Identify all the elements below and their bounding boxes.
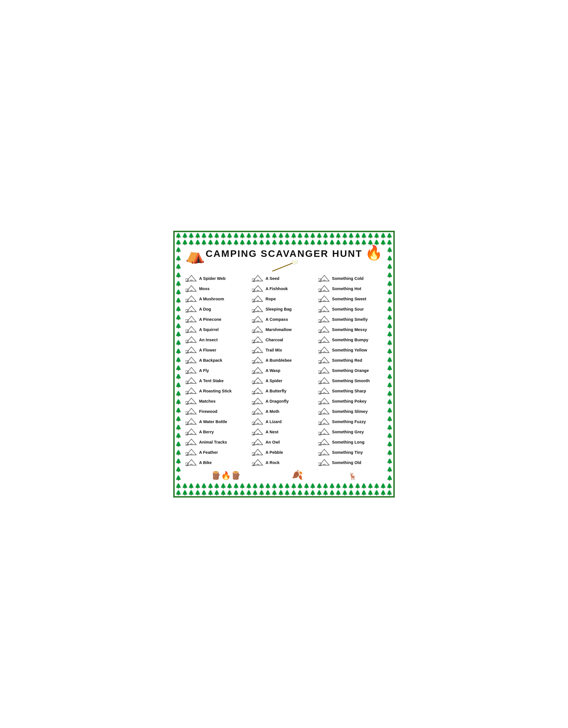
tree-icon: 🌲 — [175, 296, 182, 305]
tree-icon: 🌲 — [386, 313, 393, 322]
tent-checkbox-icon — [186, 315, 197, 324]
tree-icon: 🌲 — [188, 490, 194, 495]
tree-icon: 🌲 — [373, 490, 380, 495]
tree-icon: 🌲 — [226, 240, 233, 245]
tree-icon: 🌲 — [284, 233, 290, 238]
tree-icon: 🌲 — [348, 483, 354, 488]
list-item: A Water Bottle — [186, 417, 250, 427]
tent-checkbox-icon — [186, 417, 197, 426]
tree-icon: 🌲 — [342, 490, 348, 495]
tree-icon: 🌲 — [348, 240, 354, 245]
tree-icon: 🌲 — [175, 449, 182, 457]
item-label: Something Tiny — [332, 450, 363, 455]
item-label: A Nest — [266, 430, 278, 434]
tent-checkbox-icon — [252, 417, 264, 426]
tree-icon: 🌲 — [220, 483, 226, 488]
tree-icon: 🌲 — [175, 483, 182, 488]
items-columns: A Spider Web Moss A Mushroom A D — [186, 273, 382, 468]
list-item: A Seed — [252, 273, 316, 284]
tree-icon: 🌲 — [226, 233, 233, 238]
item-label: Something Messy — [332, 327, 367, 332]
page-title: CAMPING SCAVANGER HUNT — [186, 248, 382, 259]
tree-icon: 🌲 — [246, 240, 252, 245]
tent-checkbox-icon — [252, 325, 264, 334]
list-item: A Feather — [186, 447, 250, 457]
tree-icon: 🌲 — [188, 233, 194, 238]
item-label: A Bumblebee — [266, 358, 292, 363]
tree-icon: 🌲 — [175, 474, 182, 482]
svg-marker-65 — [253, 296, 263, 301]
tree-icon: 🌲 — [329, 240, 335, 245]
svg-marker-101 — [253, 419, 263, 424]
tree-icon: 🌲 — [335, 233, 341, 238]
item-label: Something Cold — [332, 276, 363, 281]
tree-icon: 🌲 — [284, 240, 290, 245]
svg-marker-119 — [319, 286, 329, 291]
tree-icon: 🌲 — [386, 280, 393, 288]
tree-icon: 🌲 — [259, 240, 265, 245]
tree-icon: 🌲 — [329, 233, 335, 238]
item-label: Something Red — [332, 358, 362, 363]
tree-icon: 🌲 — [239, 240, 246, 245]
tent-checkbox-icon — [186, 336, 197, 344]
tree-icon: 🌲 — [175, 381, 182, 389]
list-item: A Berry — [186, 427, 250, 437]
tree-icon: 🌲 — [175, 490, 182, 495]
list-item: An Owl — [252, 437, 316, 447]
item-label: A Fishhook — [266, 286, 288, 291]
tree-icon: 🌲 — [290, 240, 297, 245]
tent-checkbox-icon — [318, 356, 330, 365]
top-tree-border-2: 🌲🌲🌲🌲🌲🌲🌲🌲🌲🌲🌲🌲🌲🌲🌲🌲🌲🌲🌲🌲🌲🌲🌲🌲🌲🌲🌲🌲🌲🌲🌲🌲🌲🌲 — [175, 239, 393, 246]
tree-icon: 🌲 — [246, 490, 252, 495]
tent-decoration: ⛺ — [186, 246, 205, 264]
list-item: A Pinecone — [186, 314, 250, 325]
tent-checkbox-icon — [318, 315, 330, 324]
tree-icon: 🌲 — [252, 240, 258, 245]
list-item: A Tent Stake — [186, 376, 250, 386]
tree-icon: 🌲 — [207, 483, 214, 488]
list-item: A Spider — [252, 376, 316, 386]
tent-checkbox-icon — [186, 284, 197, 293]
tree-icon: 🌲 — [386, 246, 393, 254]
svg-marker-44 — [187, 419, 196, 424]
tree-icon: 🌲 — [386, 465, 393, 474]
list-item: A Lizard — [252, 417, 316, 427]
tree-icon: 🌲 — [226, 483, 233, 488]
tree-icon: 🌲 — [361, 490, 367, 495]
svg-marker-80 — [253, 347, 263, 353]
tree-icon: 🌲 — [175, 271, 182, 279]
svg-marker-95 — [253, 398, 263, 404]
svg-marker-35 — [187, 388, 196, 394]
svg-marker-17 — [187, 326, 196, 332]
tree-icon: 🌲 — [380, 233, 386, 238]
tree-icon: 🌲 — [361, 483, 367, 488]
tree-icon: 🌲 — [316, 240, 322, 245]
list-item: A Compass — [252, 314, 316, 325]
tent-checkbox-icon — [186, 428, 197, 436]
tent-checkbox-icon — [186, 438, 197, 446]
svg-marker-41 — [187, 408, 196, 414]
item-label: Animal Tracks — [199, 440, 227, 444]
list-item: A Butterfly — [252, 386, 316, 396]
top-tree-border-1: 🌲🌲🌲🌲🌲🌲🌲🌲🌲🌲🌲🌲🌲🌲🌲🌲🌲🌲🌲🌲🌲🌲🌲🌲🌲🌲🌲🌲🌲🌲🌲🌲🌲🌲 — [175, 232, 393, 239]
item-label: A Bike — [199, 460, 212, 465]
tent-checkbox-icon — [252, 377, 264, 385]
item-label: Something Smelly — [332, 317, 368, 322]
svg-marker-47 — [187, 429, 196, 434]
svg-marker-122 — [319, 296, 329, 301]
item-label: A Water Bottle — [199, 419, 227, 424]
item-label: An Owl — [266, 440, 280, 444]
tree-icon: 🌲 — [175, 356, 182, 364]
tent-checkbox-icon — [318, 377, 330, 385]
tree-icon: 🌲 — [303, 490, 309, 495]
tree-icon: 🌲 — [386, 330, 393, 338]
tree-icon: 🌲 — [386, 296, 393, 305]
bottom-tree-border-2: 🌲🌲🌲🌲🌲🌲🌲🌲🌲🌲🌲🌲🌲🌲🌲🌲🌲🌲🌲🌲🌲🌲🌲🌲🌲🌲🌲🌲🌲🌲🌲🌲🌲🌲 — [175, 489, 393, 496]
item-label: A Roasting Stick — [199, 389, 232, 393]
svg-marker-2 — [187, 275, 196, 281]
list-item: A Backpack — [186, 355, 250, 365]
list-item: Something Tiny — [318, 447, 382, 457]
tent-checkbox-icon — [186, 387, 197, 395]
tree-icon: 🌲 — [386, 373, 393, 381]
svg-marker-29 — [187, 367, 196, 373]
